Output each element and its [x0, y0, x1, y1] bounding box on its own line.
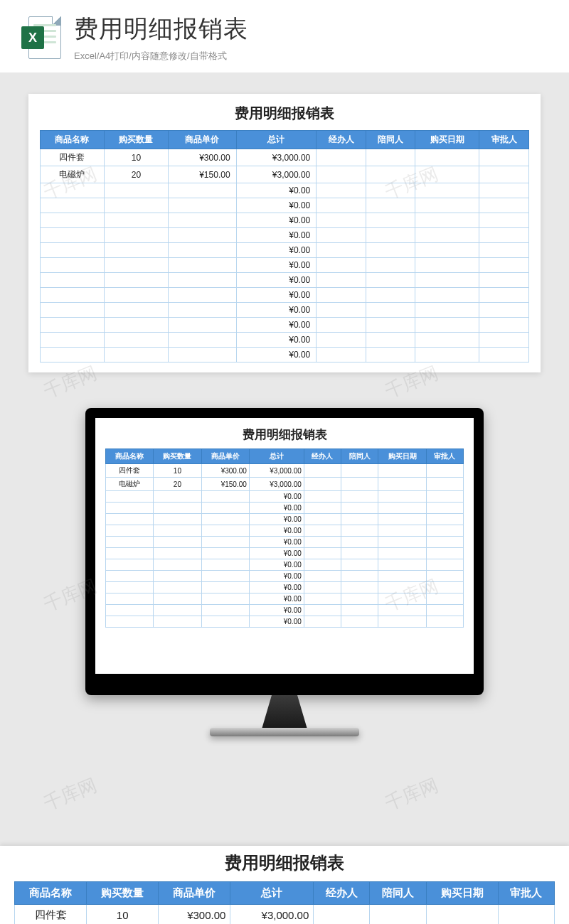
cell-date[interactable] [378, 605, 426, 616]
cell-approver[interactable] [479, 303, 529, 318]
cell-total[interactable]: ¥0.00 [249, 514, 304, 525]
cell-handler[interactable] [317, 183, 366, 198]
cell-date[interactable] [378, 525, 426, 537]
cell-date[interactable] [378, 559, 426, 571]
cell-date[interactable] [378, 582, 426, 593]
cell-handler[interactable] [317, 303, 366, 318]
cell-date[interactable] [415, 213, 479, 228]
cell-name[interactable] [106, 503, 154, 514]
cell-qty[interactable]: 20 [104, 166, 168, 183]
cell-qty[interactable] [154, 593, 201, 605]
cell-price[interactable]: ¥150.00 [168, 166, 236, 183]
cell-total[interactable]: ¥0.00 [236, 243, 317, 258]
cell-name[interactable] [106, 605, 154, 616]
cell-companion[interactable] [341, 605, 378, 616]
cell-name[interactable]: 电磁炉 [41, 166, 105, 183]
cell-total[interactable]: ¥0.00 [249, 616, 304, 628]
cell-total[interactable]: ¥0.00 [236, 288, 317, 303]
cell-approver[interactable] [426, 616, 463, 628]
cell-total[interactable]: ¥3,000.00 [236, 166, 317, 183]
cell-price[interactable] [168, 243, 236, 258]
cell-handler[interactable] [304, 503, 341, 514]
cell-companion[interactable] [366, 273, 415, 288]
cell-price[interactable] [168, 348, 236, 362]
cell-approver[interactable] [479, 183, 529, 198]
cell-name[interactable] [41, 198, 105, 213]
cell-handler[interactable] [314, 905, 370, 925]
cell-date[interactable] [415, 318, 479, 333]
cell-price[interactable] [168, 273, 236, 288]
cell-date[interactable] [378, 571, 426, 582]
cell-total[interactable]: ¥0.00 [236, 183, 317, 198]
cell-qty[interactable] [104, 258, 168, 273]
cell-name[interactable] [106, 571, 154, 582]
cell-handler[interactable] [304, 559, 341, 571]
cell-date[interactable] [415, 183, 479, 198]
cell-qty[interactable] [154, 616, 201, 628]
cell-handler[interactable] [304, 491, 341, 503]
cell-date[interactable] [378, 593, 426, 605]
cell-qty[interactable] [154, 503, 201, 514]
cell-date[interactable] [378, 464, 426, 478]
cell-total[interactable]: ¥0.00 [249, 491, 304, 503]
cell-handler[interactable] [304, 537, 341, 548]
cell-total[interactable]: ¥3,000.00 [236, 149, 317, 166]
cell-price[interactable] [201, 605, 249, 616]
cell-companion[interactable] [366, 228, 415, 243]
cell-date[interactable] [378, 548, 426, 559]
cell-total[interactable]: ¥0.00 [236, 198, 317, 213]
cell-qty[interactable] [104, 303, 168, 318]
cell-date[interactable] [415, 333, 479, 348]
cell-handler[interactable] [304, 605, 341, 616]
cell-handler[interactable] [317, 149, 366, 166]
cell-date[interactable] [415, 166, 479, 183]
cell-qty[interactable] [104, 243, 168, 258]
cell-price[interactable] [201, 525, 249, 537]
cell-price[interactable] [201, 593, 249, 605]
cell-companion[interactable] [366, 243, 415, 258]
cell-price[interactable] [168, 183, 236, 198]
cell-approver[interactable] [479, 243, 529, 258]
cell-approver[interactable] [426, 537, 463, 548]
cell-name[interactable] [41, 303, 105, 318]
cell-approver[interactable] [426, 514, 463, 525]
cell-total[interactable]: ¥0.00 [249, 571, 304, 582]
cell-date[interactable] [415, 228, 479, 243]
cell-qty[interactable] [154, 514, 201, 525]
cell-handler[interactable] [317, 348, 366, 362]
cell-total[interactable]: ¥0.00 [249, 537, 304, 548]
cell-price[interactable] [168, 213, 236, 228]
cell-name[interactable] [41, 183, 105, 198]
cell-companion[interactable] [341, 525, 378, 537]
cell-companion[interactable] [341, 503, 378, 514]
cell-qty[interactable] [104, 288, 168, 303]
cell-total[interactable]: ¥0.00 [249, 605, 304, 616]
cell-handler[interactable] [304, 571, 341, 582]
cell-handler[interactable] [317, 198, 366, 213]
cell-date[interactable] [426, 905, 498, 925]
cell-name[interactable] [106, 548, 154, 559]
cell-total[interactable]: ¥0.00 [236, 318, 317, 333]
cell-handler[interactable] [317, 258, 366, 273]
cell-companion[interactable] [366, 149, 415, 166]
cell-date[interactable] [378, 616, 426, 628]
cell-approver[interactable] [426, 548, 463, 559]
cell-date[interactable] [415, 288, 479, 303]
cell-qty[interactable]: 10 [87, 905, 159, 925]
cell-approver[interactable] [426, 605, 463, 616]
cell-date[interactable] [415, 149, 479, 166]
cell-companion[interactable] [341, 616, 378, 628]
cell-companion[interactable] [341, 593, 378, 605]
cell-handler[interactable] [304, 514, 341, 525]
cell-approver[interactable] [426, 478, 463, 491]
cell-qty[interactable] [104, 198, 168, 213]
cell-companion[interactable] [366, 198, 415, 213]
cell-name[interactable]: 电磁炉 [106, 478, 154, 491]
cell-handler[interactable] [317, 213, 366, 228]
cell-companion[interactable] [341, 478, 378, 491]
cell-qty[interactable]: 20 [154, 478, 201, 491]
cell-qty[interactable] [104, 348, 168, 362]
cell-companion[interactable] [366, 303, 415, 318]
cell-name[interactable] [41, 243, 105, 258]
cell-approver[interactable] [498, 905, 554, 925]
